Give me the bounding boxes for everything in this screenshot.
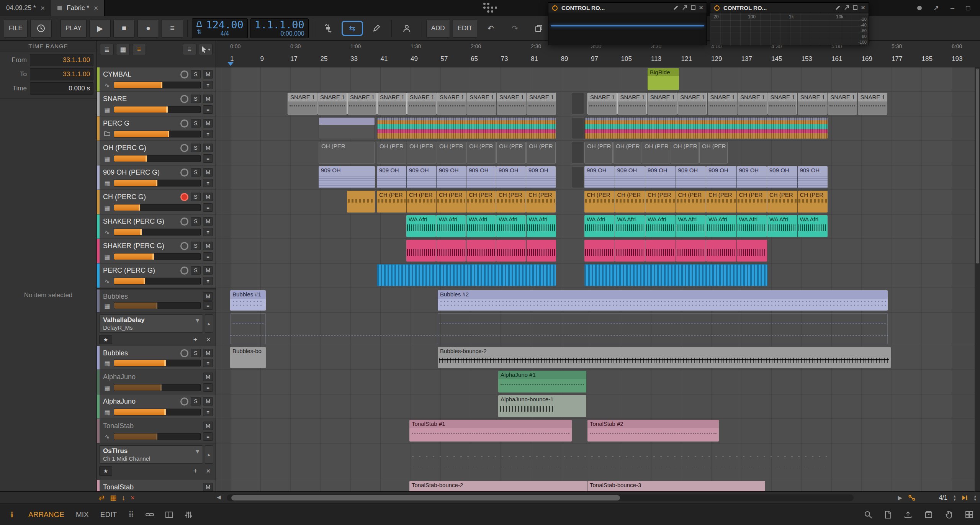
clip[interactable]: SNARE 1 [527,93,556,114]
edit-button[interactable]: EDIT [453,19,478,38]
clip[interactable] [496,240,526,262]
clip[interactable]: TonalStab-bounce-3 [587,481,765,491]
plugin-window-1[interactable]: CONTROL RO... × [548,2,707,45]
clip[interactable]: SNARE 1 [497,93,526,114]
clip[interactable]: 909 OH [645,166,676,188]
file-icon[interactable] [885,511,891,518]
hand-tool-icon[interactable] [946,511,952,518]
maximize-icon[interactable] [853,5,857,10]
arranger-lane[interactable] [216,239,975,263]
track-name[interactable]: TonalStab [103,483,201,491]
solo-button[interactable]: S [191,119,201,128]
clip[interactable]: WA Afri [436,215,466,237]
package-icon[interactable] [925,511,933,518]
add-device-button[interactable]: + [190,335,200,344]
mixer-faders-icon[interactable] [185,511,192,518]
solo-button[interactable]: S [191,70,201,79]
record-arm-button[interactable] [180,70,188,79]
track-name[interactable]: AlphaJuno [103,373,201,381]
scroll-left-icon[interactable]: ◀ [217,494,221,500]
clip[interactable]: Bubbles #1 [230,290,266,311]
plugin-window-2[interactable]: CONTROL RO... × 20 100 1k 10k -20 -40 -6… [710,2,869,45]
clip[interactable]: CH (PER [767,191,797,213]
volume-slider[interactable] [114,409,201,415]
volume-slider[interactable] [114,433,201,440]
follow-down-icon[interactable]: ↓ [122,494,125,502]
clip[interactable] [230,313,266,344]
record-arm-button[interactable] [180,144,188,152]
solo-button[interactable]: S [191,266,201,275]
clip[interactable]: SNARE 1 [317,93,347,114]
clip[interactable]: WA Afri [767,215,797,237]
track-name[interactable]: SHAKER (PERC G) [103,242,178,250]
upload-icon[interactable] [904,511,912,518]
clip[interactable]: SNARE 1 [467,93,496,114]
track-header[interactable]: PERC GSM≡ [97,116,216,141]
favorite-star-button[interactable]: ★ [99,335,112,344]
add-button[interactable]: ADD [426,19,450,38]
clip[interactable]: OH (PER [407,142,436,164]
arranger-lane[interactable]: SNARE 1SNARE 1SNARE 1SNARE 1SNARE 1SNARE… [216,92,975,116]
volume-slider[interactable] [114,204,201,211]
clip[interactable]: WA Afri [527,215,556,237]
volume-slider[interactable] [114,253,201,260]
clip[interactable]: 909 OH [496,166,526,188]
device-selector[interactable]: OsTIrus▾Ch 1 Midi Channel [99,445,203,464]
swap-icon[interactable]: ⇄ [99,494,105,502]
device-selector[interactable]: ValhallaDelay▾DelayR_Ms [99,314,203,333]
volume-slider[interactable] [114,229,201,236]
mute-button[interactable]: M [203,70,213,79]
horizontal-scrollbar-thumb[interactable] [231,495,620,500]
horizontal-scrollbar[interactable] [227,494,854,501]
track-name[interactable]: OH (PERC G) [103,144,178,152]
mute-button[interactable]: M [203,217,213,226]
track-name[interactable]: SHAKER (PERC G) [103,218,178,226]
link-icon[interactable] [146,512,154,517]
clip[interactable] [584,240,615,262]
duplicate-icon[interactable] [528,19,550,38]
clip[interactable]: SNARE 1 [648,93,677,114]
tempo-value[interactable]: 124.00 [206,20,244,30]
arranger-lane[interactable]: TonalStab-bounce-2TonalStab-bounce-3 [216,480,975,491]
tempo-display[interactable]: ⇅ 124.00 4/4 [192,18,248,38]
clip[interactable] [466,240,496,262]
arranger-lane[interactable]: CH (PERCH (PERCH (PERCH (PERCH (PERCH (P… [216,190,975,214]
clip[interactable]: OH (PER [584,142,613,164]
mute-button[interactable]: M [203,168,213,177]
clip[interactable] [584,117,828,139]
clip[interactable] [615,240,645,262]
remove-device-button[interactable]: × [203,335,213,344]
clip[interactable] [438,313,888,344]
position-display[interactable]: 1.1.1.00 0:00.000 [250,18,309,38]
clip[interactable]: Bubbles #2 [438,290,888,311]
solo-button[interactable]: S [191,349,201,357]
track-menu-button[interactable]: ≡ [203,301,213,310]
arranger-lane[interactable]: BigRide [216,67,975,92]
volume-slider[interactable] [114,180,201,186]
close-icon[interactable]: × [131,494,135,502]
solo-button[interactable]: S [191,144,201,152]
volume-slider[interactable] [114,155,201,162]
vertical-scrollbar[interactable] [975,67,980,491]
track-menu-button[interactable]: ≡ [203,130,213,138]
detach-icon[interactable] [682,5,687,10]
mute-button[interactable]: M [203,144,213,152]
clip[interactable]: WA Afri [615,215,645,237]
record-arm-button[interactable] [180,242,188,250]
close-icon[interactable]: × [861,3,865,12]
track-menu-button[interactable]: ≡ [203,179,213,187]
meter-icon[interactable]: ≡ [183,44,196,55]
pin-icon[interactable]: ▸ [205,445,213,464]
pin-icon[interactable]: ▸ [205,314,213,333]
add-device-button[interactable]: + [190,466,200,476]
play-mode-button[interactable]: PLAY [61,19,87,38]
track-header[interactable]: CYMBALSM∿≡ [97,67,216,92]
track-header[interactable]: OH (PERC G)SM▦≡ [97,141,216,165]
mute-button[interactable]: M [203,397,213,406]
clip[interactable]: CH (PER [526,191,556,213]
volume-slider[interactable] [114,131,201,137]
volume-slider[interactable] [114,360,201,366]
clip[interactable] [737,240,767,262]
arranger-lane[interactable]: AlphaJuno #1 [216,370,975,394]
window-maximize-icon[interactable]: □ [966,4,970,12]
